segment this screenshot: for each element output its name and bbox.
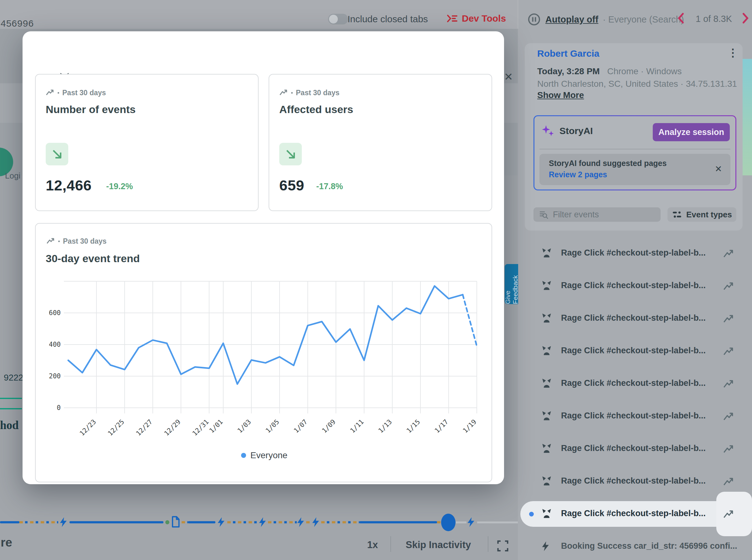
event-trend-icon[interactable] (723, 508, 734, 520)
event-list-item[interactable]: Rage Click #checkout-step-label-b... (518, 498, 752, 531)
rage-click-icon (541, 475, 553, 487)
metric-period: Past 30 days (62, 88, 106, 97)
event-trend-icon[interactable] (723, 313, 734, 324)
bolt-event-icon[interactable] (310, 516, 321, 528)
fragment-method-label: hod (0, 418, 19, 432)
give-feedback-label: Give Feedback (504, 264, 519, 304)
timeline-track-segment[interactable] (227, 521, 257, 523)
rage-click-icon (541, 312, 553, 324)
event-list-item[interactable]: Rage Click #checkout-step-label-b... (518, 368, 752, 400)
event-list: Rage Click #checkout-step-label-b... Rag… (518, 237, 752, 560)
timeline-track-segment[interactable] (188, 521, 216, 523)
analyze-session-button[interactable]: Analyze session (653, 123, 730, 141)
timeline-track-segment[interactable] (69, 521, 163, 523)
event-list-item[interactable]: Rage Click #checkout-step-label-b... (518, 465, 752, 498)
include-closed-tabs-toggle[interactable] (328, 14, 348, 24)
svg-text:600: 600 (49, 309, 61, 317)
metric-delta: -19.2% (106, 182, 133, 192)
filter-search-icon (539, 210, 549, 219)
event-list-item[interactable]: Rage Click #checkout-step-label-b... (518, 237, 752, 270)
storyai-notice: StoryAI found suggested pages Review 2 p… (540, 154, 730, 185)
rage-click-icon (541, 507, 553, 520)
event-types-icon (672, 210, 683, 219)
event-trend-icon[interactable] (723, 476, 734, 487)
autoplay-context: · Everyone (Search) (603, 15, 684, 25)
bolt-event-icon[interactable] (257, 516, 267, 528)
green-dot-marker[interactable] (165, 520, 169, 524)
event-trend-icon[interactable] (723, 281, 734, 292)
fragment-session-id: 456996 (1, 18, 34, 29)
show-more-link[interactable]: Show More (537, 90, 584, 100)
event-label: Rage Click #checkout-step-label-b... (561, 378, 706, 388)
bolt-event-icon[interactable] (58, 516, 68, 528)
autoplay-link[interactable]: Autoplay off (545, 15, 598, 25)
metric-period: Past 30 days (296, 88, 339, 97)
playhead[interactable] (441, 514, 455, 531)
timeline-remaining-track[interactable] (456, 521, 466, 523)
timeline-track-segment[interactable] (182, 521, 188, 523)
svg-text:1/17: 1/17 (433, 418, 450, 435)
svg-text:12/25: 12/25 (106, 418, 126, 438)
storyai-card: StoryAI Analyze session StoryAI found su… (533, 115, 736, 191)
event-list-item[interactable]: Rage Click #checkout-step-label-b... (518, 433, 752, 465)
storyai-title: StoryAI (560, 125, 593, 136)
svg-text:400: 400 (49, 341, 61, 348)
event-trend-icon[interactable] (723, 411, 734, 422)
review-pages-link[interactable]: Review 2 pages (549, 170, 607, 179)
notice-dismiss-icon[interactable]: ✕ (715, 164, 722, 174)
timeline-track-segment[interactable] (360, 521, 437, 523)
prev-session-chevron[interactable] (677, 13, 685, 25)
number-of-events-card: Past 30 days Number of events 12,466 -19… (35, 74, 259, 211)
event-label: Rage Click #checkout-step-label-b... (561, 313, 706, 323)
dev-tools-icon (447, 14, 458, 23)
document-event-icon[interactable] (170, 515, 181, 529)
timeline-track-segment[interactable] (321, 521, 360, 523)
next-session-chevron[interactable] (742, 13, 750, 25)
affected-users-card: Past 30 days Affected users 659 -17.8% (269, 74, 492, 211)
filter-placeholder: Filter events (553, 210, 599, 220)
playback-speed-button[interactable]: 1x (360, 539, 385, 551)
fullscreen-icon[interactable] (496, 539, 509, 553)
session-device: Chrome · Windows (607, 66, 682, 76)
event-label: Rage Click #checkout-step-label-b... (561, 346, 706, 356)
playback-timeline[interactable] (0, 514, 518, 531)
close-icon[interactable]: ✕ (504, 72, 513, 82)
filter-events-input[interactable]: Filter events (533, 207, 660, 222)
timeline-remaining-track[interactable] (477, 521, 518, 523)
event-list-item[interactable]: Rage Click #checkout-step-label-b... (518, 335, 752, 368)
metric-title: Affected users (279, 103, 353, 116)
skip-inactivity-button[interactable]: Skip Inactivity (402, 539, 474, 551)
give-feedback-tab[interactable]: Give Feedback (505, 264, 518, 304)
session-location-ip: North Charleston, SC, United States · 34… (537, 79, 737, 89)
event-label: Rage Click #checkout-step-label-b... (561, 508, 706, 518)
svg-text:1/11: 1/11 (349, 418, 365, 435)
svg-text:12/27: 12/27 (135, 418, 154, 438)
event-trend-icon[interactable] (723, 378, 734, 389)
event-trend-icon[interactable] (723, 248, 734, 259)
event-types-button[interactable]: Event types (668, 207, 736, 222)
timeline-track-segment[interactable] (19, 521, 58, 523)
user-name-link[interactable]: Robert Garcia (537, 48, 599, 59)
kebab-menu-icon[interactable]: ⋮ (728, 46, 738, 59)
divider (488, 536, 488, 552)
fragment-line (0, 408, 22, 409)
dev-tools-button[interactable]: Dev Tools (447, 13, 506, 24)
svg-text:1/03: 1/03 (236, 418, 253, 435)
event-trend-icon[interactable] (723, 346, 734, 357)
timeline-track-segment[interactable] (0, 521, 19, 523)
underlay-topbar (0, 0, 518, 29)
bolt-event-icon[interactable] (296, 516, 306, 528)
event-list-item[interactable]: Rage Click #checkout-step-label-b... (518, 303, 752, 335)
autoplay-control[interactable]: Autoplay off · Everyone (Search) (527, 13, 684, 26)
event-list-item[interactable]: Rage Click #checkout-step-label-b... (518, 400, 752, 433)
metric-period: Past 30 days (63, 237, 106, 245)
event-list-item[interactable]: Rage Click #checkout-step-label-b... (518, 270, 752, 303)
bolt-event-icon[interactable] (466, 516, 476, 528)
bolt-event-icon[interactable] (216, 516, 226, 528)
pause-icon (527, 13, 541, 26)
trend-chart-title: 30-day event trend (46, 253, 140, 265)
timeline-track-segment[interactable] (268, 521, 297, 523)
event-trend-icon[interactable] (723, 443, 734, 455)
rage-click-icon (541, 247, 553, 259)
event-list-item[interactable]: Booking Success car_id_str: 456996 confi… (518, 531, 752, 560)
